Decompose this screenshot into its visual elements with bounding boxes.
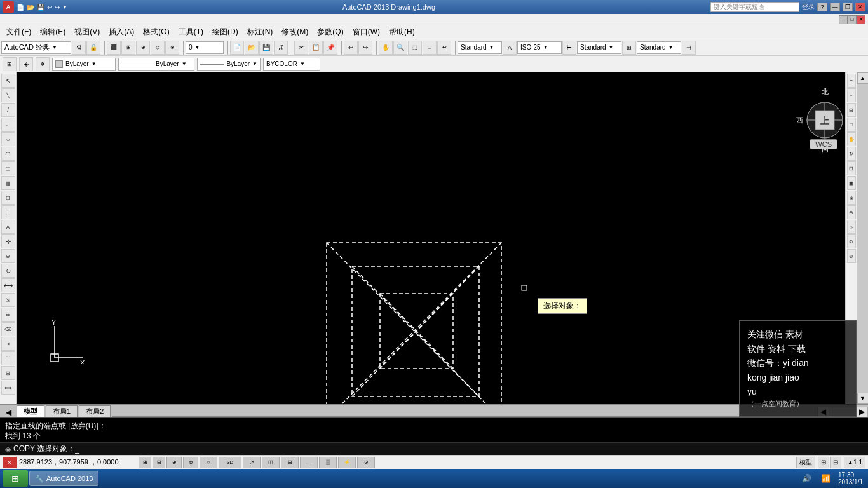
shade-btn[interactable]: ▣: [847, 176, 856, 190]
status-scale[interactable]: ▲ 1:1: [844, 457, 865, 468]
menu-help[interactable]: 帮助(H): [385, 25, 419, 39]
menu-insert[interactable]: 插入(A): [105, 25, 138, 39]
trim-btn[interactable]: ⌫: [1, 322, 15, 336]
lock-btn[interactable]: 🔒: [86, 41, 100, 55]
mirror-btn[interactable]: ⟷: [1, 278, 15, 292]
menu-edit[interactable]: 编辑(E): [36, 25, 69, 39]
motion-path-btn[interactable]: ▷: [847, 220, 856, 234]
inner-close[interactable]: ✕: [857, 15, 865, 24]
quick-access-open[interactable]: 📂: [27, 4, 34, 11]
steeringwheels-btn[interactable]: ⊛: [847, 249, 856, 263]
scroll-track-vertical[interactable]: [857, 84, 868, 393]
zoom-out-btn[interactable]: -: [847, 88, 856, 102]
search-box[interactable]: 键入关键字或短语: [710, 2, 799, 12]
layer-props-btn[interactable]: ⊞: [3, 57, 17, 71]
showmotion-btn[interactable]: ⊘: [847, 234, 856, 248]
rect-btn[interactable]: □: [1, 161, 15, 175]
multileader-btn[interactable]: ⊣: [682, 41, 696, 55]
command-input-row[interactable]: ◈ COPY 选择对象： _: [0, 442, 868, 455]
zoom-win-btn[interactable]: □: [423, 41, 437, 55]
orbit-btn[interactable]: ↻: [847, 147, 856, 161]
dim-style-btn[interactable]: ⊢: [562, 41, 576, 55]
workspace-dropdown[interactable]: AutoCAD 经典 ▼: [1, 41, 71, 54]
status-grid[interactable]: ⊟: [153, 457, 165, 468]
help-button[interactable]: ?: [817, 3, 827, 11]
print-btn[interactable]: 🖨: [274, 41, 288, 55]
login-link[interactable]: 登录: [802, 3, 815, 11]
copy-btn[interactable]: 📋: [309, 41, 323, 55]
menu-format[interactable]: 格式(O): [139, 25, 173, 39]
extend-btn[interactable]: ⇥: [1, 337, 15, 351]
pan-btn[interactable]: ✋: [379, 41, 393, 55]
menu-modify[interactable]: 修改(M): [278, 25, 312, 39]
status-ducs[interactable]: ◫: [262, 457, 280, 468]
dropdown-arrow[interactable]: ▼: [62, 4, 67, 10]
status-dyn[interactable]: ⊞: [281, 457, 299, 468]
arc-btn[interactable]: ◠: [1, 147, 15, 161]
tray-icon-1[interactable]: 🔊: [797, 470, 815, 487]
taskbar-autocad[interactable]: 🔧 AutoCAD 2013: [29, 471, 98, 486]
copy-tool-btn[interactable]: ⊕: [1, 249, 15, 263]
line-btn[interactable]: /: [1, 103, 15, 117]
workspace-settings[interactable]: ⚙: [72, 41, 86, 55]
osnap-btn[interactable]: ◇: [151, 41, 165, 55]
cut-btn[interactable]: ✂: [294, 41, 308, 55]
save-btn[interactable]: 💾: [259, 41, 273, 55]
tray-icon-2[interactable]: 📶: [817, 470, 834, 487]
wcs-label[interactable]: WCS: [810, 139, 837, 149]
plot-style-dropdown[interactable]: BYCOLOR ▼: [263, 58, 320, 71]
autocad-logo[interactable]: A: [3, 1, 14, 13]
tab-layout2[interactable]: 布局2: [79, 405, 111, 417]
restore-button[interactable]: ❐: [843, 3, 853, 11]
vertical-scrollbar[interactable]: ▲ ▼: [857, 72, 868, 404]
command-cursor[interactable]: _: [75, 445, 79, 454]
status-lw[interactable]: —: [300, 457, 318, 468]
dim-style-dropdown[interactable]: ISO-25 ▼: [517, 41, 562, 54]
zoom-all-btn[interactable]: ⬚: [408, 41, 422, 55]
drawing-canvas[interactable]: Y X 上: [17, 72, 857, 404]
new-btn[interactable]: 📄: [230, 41, 244, 55]
grid-btn[interactable]: ⊞: [121, 41, 135, 55]
inner-minimize[interactable]: —: [839, 15, 848, 24]
fillet-btn[interactable]: ⌒: [1, 351, 15, 365]
status-polar[interactable]: ⊗: [183, 457, 198, 468]
dimension-btn[interactable]: ⟺: [1, 381, 15, 395]
h-scroll-right[interactable]: ▶: [856, 407, 867, 417]
snap-btn[interactable]: ⬛: [107, 41, 121, 55]
status-view2[interactable]: ⊟: [830, 457, 841, 468]
scale-btn[interactable]: ⇲: [1, 293, 15, 307]
menu-window[interactable]: 窗口(W): [349, 25, 384, 39]
scroll-up-btn[interactable]: ▲: [857, 72, 869, 84]
zoom-ext-btn[interactable]: ⊞: [847, 103, 856, 117]
erase-btn[interactable]: ╲: [1, 88, 15, 102]
move-btn[interactable]: ✛: [1, 234, 15, 248]
nav-btn[interactable]: ⊕: [847, 205, 856, 219]
pline-btn[interactable]: ⌐: [1, 118, 15, 132]
layer-btn[interactable]: ◈: [19, 57, 33, 71]
zoom-in-btn[interactable]: +: [847, 74, 856, 88]
zoom-btn[interactable]: 🔍: [393, 41, 407, 55]
linetype-dropdown[interactable]: ByLayer ▼: [118, 58, 194, 71]
status-view1[interactable]: ⊞: [818, 457, 829, 468]
status-otrack[interactable]: ↗: [243, 457, 261, 468]
zoom-prev-btn[interactable]: ↩: [437, 41, 451, 55]
status-ortho[interactable]: ⊕: [166, 457, 182, 468]
quick-access-save[interactable]: 💾: [37, 4, 44, 11]
paste-btn[interactable]: 📌: [323, 41, 337, 55]
minimize-button[interactable]: —: [830, 3, 840, 11]
table-style-dropdown[interactable]: Standard ▼: [577, 41, 621, 54]
text-style-dropdown[interactable]: Standard ▼: [458, 41, 502, 54]
color-dropdown[interactable]: ByLayer ▼: [52, 58, 116, 71]
array-btn[interactable]: ⊞: [1, 366, 15, 380]
tab-layout1[interactable]: 布局1: [46, 405, 78, 417]
mtext-btn[interactable]: A: [1, 220, 15, 234]
start-button[interactable]: ⊞: [3, 470, 28, 487]
hatch-btn[interactable]: ▦: [1, 176, 15, 190]
tab-scroll-left[interactable]: ◀: [0, 408, 17, 417]
circle-btn[interactable]: ○: [1, 132, 15, 146]
quick-access-new[interactable]: 📄: [17, 4, 24, 11]
tab-model[interactable]: 模型: [17, 405, 44, 417]
status-qp[interactable]: ⚡: [338, 457, 356, 468]
status-osnap[interactable]: ○: [200, 457, 217, 468]
close-button[interactable]: ✕: [855, 3, 865, 11]
